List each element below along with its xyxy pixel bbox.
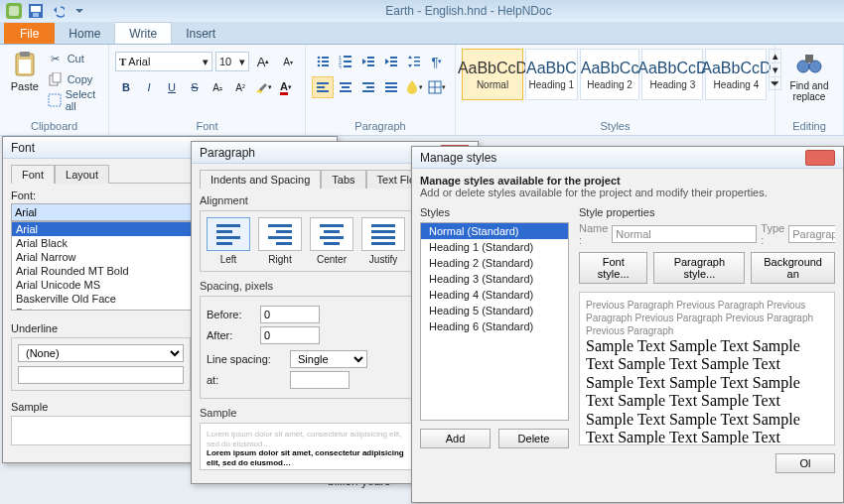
svg-rect-29: [414, 57, 420, 59]
font-tab-font[interactable]: Font: [11, 165, 55, 184]
style-list-item[interactable]: Normal (Standard): [421, 223, 568, 239]
italic-icon[interactable]: I: [138, 76, 160, 98]
add-style-button[interactable]: Add: [420, 429, 491, 448]
svg-rect-39: [366, 86, 374, 88]
save-icon[interactable]: [26, 2, 46, 20]
shrink-font-icon[interactable]: A▾: [277, 51, 299, 72]
style-tile-heading-1[interactable]: AaBbCHeading 1: [525, 49, 578, 100]
indent-icon[interactable]: [380, 51, 402, 72]
style-list-item[interactable]: Heading 4 (Standard): [421, 287, 568, 303]
svg-text:3: 3: [339, 64, 342, 68]
copy-button[interactable]: Copy: [48, 69, 102, 89]
bullets-icon[interactable]: [312, 51, 334, 72]
font-style-button[interactable]: Font style...: [579, 252, 647, 284]
borders-icon[interactable]: ▾: [426, 76, 448, 98]
grow-font-icon[interactable]: A▴: [252, 51, 274, 72]
svg-rect-65: [371, 242, 395, 245]
svg-point-15: [318, 64, 321, 67]
ribbon: Paste ✂Cut Copy Select all Clipboard TAr…: [0, 45, 844, 136]
font-family-combo[interactable]: TArial▾: [115, 52, 212, 71]
tab-home[interactable]: Home: [55, 23, 114, 44]
svg-rect-57: [276, 242, 292, 245]
ribbon-tab-strip: File Home Write Insert: [0, 22, 844, 45]
app-icon[interactable]: [4, 2, 24, 20]
style-tile-heading-4[interactable]: AaBbCcDHeading 4: [705, 49, 767, 100]
line-spacing-icon[interactable]: [403, 51, 425, 72]
style-tile-heading-2[interactable]: AaBbCcHeading 2: [580, 49, 640, 100]
paste-button[interactable]: Paste: [6, 47, 44, 92]
svg-rect-33: [317, 86, 325, 88]
tab-write[interactable]: Write: [114, 22, 172, 44]
styles-dialog-title-bar[interactable]: Manage styles: [412, 147, 843, 169]
selectall-button[interactable]: Select all: [48, 90, 102, 110]
align-justify-button[interactable]: [361, 217, 405, 251]
style-name-input[interactable]: [612, 225, 757, 243]
svg-rect-53: [216, 242, 232, 245]
align-right-icon[interactable]: [357, 76, 379, 98]
tab-insert[interactable]: Insert: [172, 23, 229, 44]
underline-combo[interactable]: (None): [18, 344, 184, 362]
style-list-item[interactable]: Heading 2 (Standard): [421, 255, 568, 271]
qat-dropdown-icon[interactable]: [70, 2, 89, 20]
align-left-button[interactable]: [207, 217, 250, 251]
subscript-icon[interactable]: A₂: [207, 76, 228, 98]
svg-rect-62: [371, 224, 395, 227]
svg-rect-16: [322, 64, 329, 66]
font-tab-layout[interactable]: Layout: [55, 165, 109, 184]
style-list-item[interactable]: Heading 1 (Standard): [421, 239, 568, 255]
paste-icon: [11, 51, 39, 78]
find-replace-button[interactable]: Find and replace: [781, 47, 837, 102]
svg-rect-40: [362, 90, 374, 92]
svg-rect-63: [371, 230, 395, 233]
background-style-button[interactable]: Background an: [751, 252, 835, 284]
pilcrow-icon[interactable]: ¶▾: [426, 51, 448, 72]
style-tile-normal[interactable]: AaBbCcDNormal: [462, 49, 523, 100]
style-tile-heading-3[interactable]: AaBbCcDHeading 3: [641, 49, 703, 100]
ok-button[interactable]: Ol: [775, 453, 835, 473]
align-center-icon[interactable]: [335, 76, 356, 98]
spacing-before-input[interactable]: [260, 306, 320, 323]
paragraph-style-button[interactable]: Paragraph style...: [653, 252, 745, 284]
window-title: Earth - English.hnd - HelpNDoc: [93, 4, 844, 18]
undo-icon[interactable]: [48, 2, 68, 20]
align-justify-icon[interactable]: [380, 76, 402, 98]
strike-icon[interactable]: S: [184, 76, 206, 98]
spacing-after-input[interactable]: [260, 326, 320, 344]
svg-rect-26: [390, 57, 397, 59]
line-spacing-combo[interactable]: Single: [290, 350, 367, 368]
cut-button[interactable]: ✂Cut: [48, 49, 102, 68]
font-size-combo[interactable]: 10▾: [215, 52, 249, 71]
shading-icon[interactable]: ▾: [403, 76, 425, 98]
line-spacing-at-input[interactable]: [290, 371, 350, 389]
style-list-item[interactable]: Heading 5 (Standard): [421, 303, 568, 318]
bold-icon[interactable]: B: [115, 76, 137, 98]
style-props-label: Style properties: [579, 206, 835, 218]
outdent-icon[interactable]: [357, 51, 379, 72]
numbering-icon[interactable]: 123: [335, 51, 356, 72]
svg-rect-58: [320, 224, 344, 227]
underline-label: Underline: [11, 322, 191, 334]
group-clipboard: Paste ✂Cut Copy Select all Clipboard: [0, 45, 109, 135]
tab-file[interactable]: File: [4, 23, 55, 44]
style-list-item[interactable]: Heading 3 (Standard): [421, 271, 568, 287]
font-color-icon[interactable]: A▾: [275, 76, 297, 98]
svg-rect-22: [344, 65, 352, 67]
close-icon[interactable]: [805, 150, 835, 166]
svg-rect-28: [390, 64, 397, 66]
highlight-icon[interactable]: ▾: [252, 76, 274, 98]
svg-rect-35: [340, 82, 352, 84]
styles-list[interactable]: Normal (Standard)Heading 1 (Standard)Hea…: [420, 222, 569, 421]
selectall-icon: [48, 92, 62, 108]
svg-rect-59: [324, 230, 340, 233]
align-left-icon[interactable]: [312, 76, 334, 98]
para-tab-tabs[interactable]: Tabs: [321, 170, 365, 189]
style-list-item[interactable]: Heading 6 (Standard): [421, 318, 568, 334]
para-tab-indents[interactable]: Indents and Spacing: [200, 170, 321, 189]
align-right-button[interactable]: [258, 217, 302, 251]
delete-style-button[interactable]: Delete: [498, 429, 569, 448]
underline-icon[interactable]: U: [161, 76, 183, 98]
binoculars-icon: [795, 51, 823, 78]
superscript-icon[interactable]: A²: [229, 76, 251, 98]
group-editing: Find and replace Editing: [775, 45, 844, 135]
align-center-button[interactable]: [310, 217, 353, 251]
